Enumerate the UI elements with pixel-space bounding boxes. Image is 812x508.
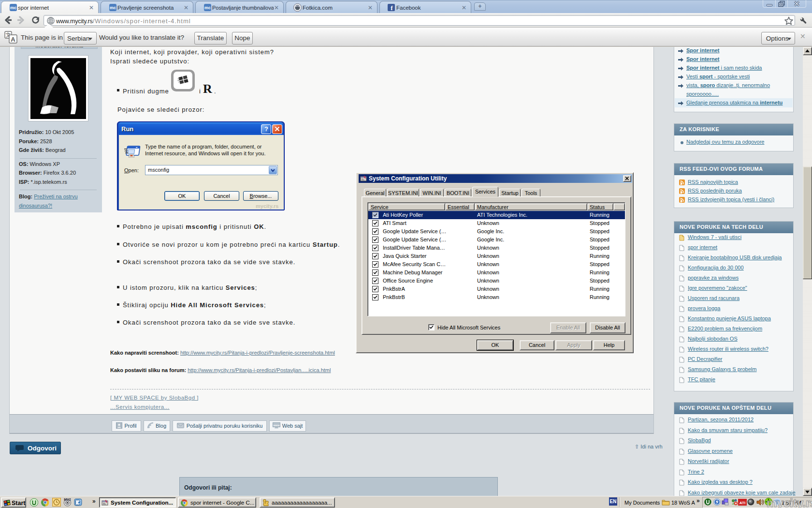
- svg-text:mc: mc: [204, 5, 211, 10]
- svg-text:mc: mc: [10, 5, 16, 10]
- svg-text:www: www: [273, 424, 280, 427]
- svg-text:f: f: [391, 4, 393, 11]
- svg-text:mc: mc: [110, 5, 116, 10]
- svg-text:ATI: ATI: [740, 501, 745, 505]
- svg-text:A: A: [11, 36, 15, 43]
- svg-text:MV2: MV2: [64, 498, 71, 501]
